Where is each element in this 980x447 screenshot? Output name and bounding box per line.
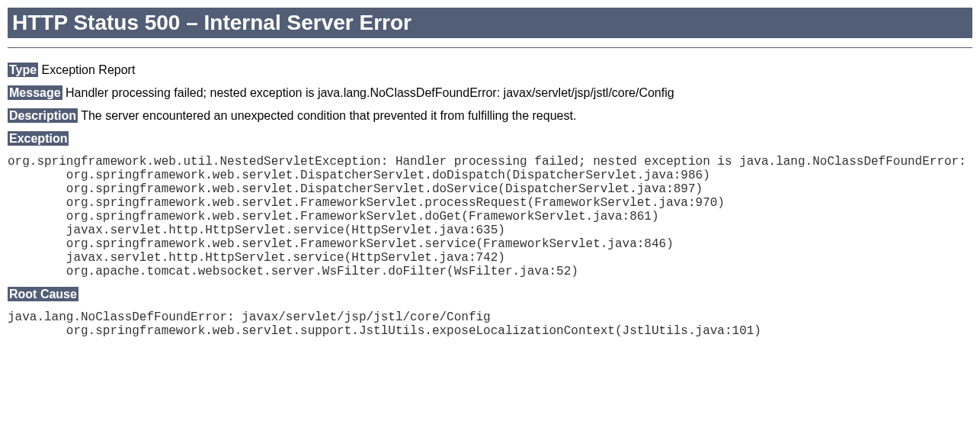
root-cause-label: Root Cause [8,287,78,301]
root-cause-row: Root Cause [8,288,972,301]
message-label: Message [8,85,62,100]
type-label: Type [8,63,38,77]
description-label: Description [8,108,78,123]
type-value: Exception Report [42,63,136,76]
message-value: Handler processing failed; nested except… [66,86,674,99]
description-value: The server encountered an unexpected con… [81,109,576,122]
description-row: Description The server encountered an un… [8,109,972,123]
divider [8,47,972,48]
message-row: Message Handler processing failed; neste… [8,86,972,100]
type-row: Type Exception Report [8,63,972,77]
page-title: HTTP Status 500 – Internal Server Error [8,8,972,38]
root-cause-trace: java.lang.NoClassDefFoundError: javax/se… [8,310,972,338]
exception-label: Exception [8,131,69,146]
exception-trace: org.springframework.web.util.NestedServl… [8,155,972,278]
exception-row: Exception [8,132,972,146]
